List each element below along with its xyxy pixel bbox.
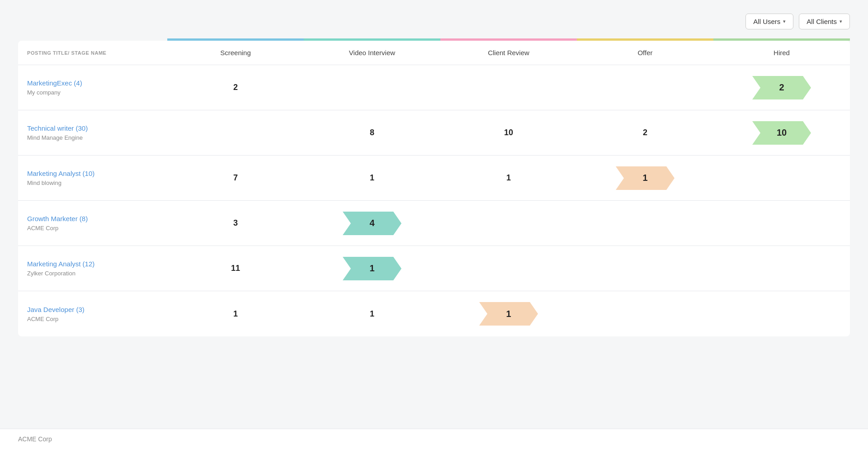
- arrow-value: 10: [777, 128, 787, 138]
- screening-cell: 3: [167, 218, 304, 228]
- hired-cell: 2: [713, 76, 850, 99]
- hired-header: Hired: [713, 41, 850, 65]
- job-cell: Marketing Analyst (12)Zylker Corporation: [18, 251, 167, 286]
- job-cell: Java Developer (3)ACME Corp: [18, 297, 167, 331]
- posting-title-header: POSTING TITLE/ STAGE NAME: [18, 41, 167, 65]
- job-company: ACME Corp: [27, 225, 158, 232]
- offer-header: Offer: [577, 41, 713, 65]
- video-interview-cell: 1: [304, 309, 440, 319]
- job-cell: Marketing Analyst (10)Mind blowing: [18, 161, 167, 195]
- client-review-cell: 10: [440, 128, 577, 137]
- table-body: MarketingExec (4)My company2 2Technical …: [18, 65, 850, 336]
- all-users-dropdown[interactable]: All Users ▾: [745, 14, 793, 29]
- table-row: Marketing Analyst (10)Mind blowing711 1: [18, 156, 850, 201]
- arrow-value: 1: [642, 173, 647, 183]
- screening-cell: 1: [167, 309, 304, 319]
- top-bar: All Users ▾ All Clients ▾: [18, 14, 850, 29]
- job-company: My company: [27, 89, 158, 96]
- all-clients-chevron: ▾: [840, 19, 842, 24]
- video-interview-cell: 1: [304, 173, 440, 183]
- table-row: Java Developer (3)ACME Corp11 1: [18, 291, 850, 336]
- job-cell: MarketingExec (4)My company: [18, 70, 167, 105]
- job-company: Mind blowing: [27, 180, 158, 186]
- table-header: POSTING TITLE/ STAGE NAME Screening Vide…: [18, 41, 850, 65]
- video-interview-header: Video Interview: [304, 41, 440, 65]
- job-title-link[interactable]: Growth Marketer (8): [27, 215, 88, 222]
- job-company: Zylker Corporation: [27, 270, 158, 277]
- arrow-value: 1: [369, 263, 374, 274]
- video-interview-cell: 4: [304, 212, 440, 235]
- video-interview-cell: 8: [304, 128, 440, 137]
- offer-cell: 1: [577, 166, 713, 190]
- arrow-badge: 10: [752, 121, 811, 145]
- screening-header: Screening: [167, 41, 304, 65]
- arrow-value: 1: [506, 309, 511, 319]
- arrow-badge: 1: [616, 166, 675, 190]
- job-title-link[interactable]: Java Developer (3): [27, 306, 85, 313]
- table-row: MarketingExec (4)My company2 2: [18, 65, 850, 110]
- job-cell: Technical writer (30)Mind Manage Engine: [18, 115, 167, 150]
- all-users-chevron: ▾: [783, 19, 786, 24]
- client-review-cell: 1: [440, 173, 577, 183]
- arrow-badge: 1: [479, 302, 538, 326]
- screening-cell: 11: [167, 264, 304, 273]
- footer: ACME Corp: [0, 429, 868, 449]
- arrow-badge: 4: [343, 212, 401, 235]
- arrow-badge: 1: [343, 257, 401, 280]
- all-clients-label: All Clients: [807, 18, 837, 25]
- all-users-label: All Users: [753, 18, 780, 25]
- table-row: Technical writer (30)Mind Manage Engine8…: [18, 110, 850, 156]
- job-company: ACME Corp: [27, 316, 158, 322]
- job-title-link[interactable]: Marketing Analyst (12): [27, 260, 94, 268]
- screening-cell: 7: [167, 173, 304, 183]
- table-row: Marketing Analyst (12)Zylker Corporation…: [18, 246, 850, 291]
- arrow-badge: 2: [752, 76, 811, 99]
- arrow-value: 2: [779, 82, 784, 93]
- offer-cell: 2: [577, 128, 713, 137]
- table-row: Growth Marketer (8)ACME Corp3 4: [18, 201, 850, 246]
- client-review-cell: 1: [440, 302, 577, 326]
- all-clients-dropdown[interactable]: All Clients ▾: [799, 14, 850, 29]
- job-cell: Growth Marketer (8)ACME Corp: [18, 206, 167, 241]
- hired-cell: 10: [713, 121, 850, 145]
- job-title-link[interactable]: Marketing Analyst (10): [27, 170, 94, 177]
- screening-cell: 2: [167, 83, 304, 92]
- arrow-value: 4: [369, 218, 374, 228]
- pipeline-table: POSTING TITLE/ STAGE NAME Screening Vide…: [18, 41, 850, 336]
- job-title-link[interactable]: Technical writer (30): [27, 124, 88, 132]
- job-company: Mind Manage Engine: [27, 134, 158, 141]
- client-review-header: Client Review: [440, 41, 577, 65]
- footer-company: ACME Corp: [18, 435, 52, 443]
- job-title-link[interactable]: MarketingExec (4): [27, 79, 82, 87]
- video-interview-cell: 1: [304, 257, 440, 280]
- page-container: All Users ▾ All Clients ▾ POSTING TITLE/…: [0, 0, 868, 449]
